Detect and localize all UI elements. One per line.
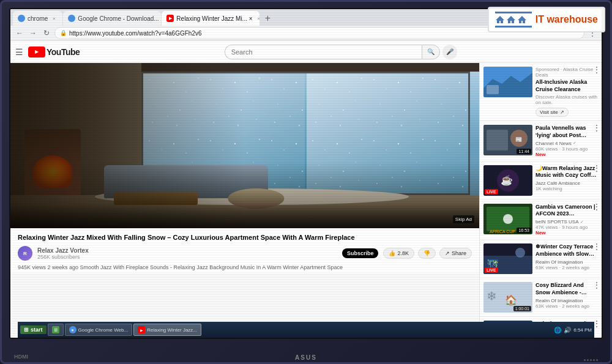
yt-search-button[interactable]: 🔍 [422,45,440,59]
sidebar-more-afcon[interactable]: ⋮ [593,202,600,211]
sidebar-more-blizzard[interactable]: ⋮ [593,281,600,289]
watermark-line-bottom [495,26,532,28]
start-button[interactable]: ⊞ start [20,325,47,334]
tab-close-yt[interactable]: × [255,15,260,22]
svg-marker-27 [507,16,515,23]
sidebar-thumb-warm-jazz: ☕ LIVE [483,165,532,196]
new-badge-post-office: New [536,152,598,157]
like-button[interactable]: 👍 2.8K [383,248,414,259]
house-icon-3 [517,15,527,24]
tab-favicon-chrome [18,15,25,22]
visit-site-label: Visit site [540,110,558,115]
sidebar-views-afcon: 47K views · 9 hours ago [536,225,598,230]
sidebar-ad-alaska[interactable]: Sponsored · Alaska Cruise Deals All-Incl… [480,63,602,121]
sidebar-thumb-post-office: 📰 11:44 [483,125,532,155]
tab-yt[interactable]: ▶ Relaxing Winter Jazz Mi... × × [162,11,259,26]
channel-avatar: R [18,246,32,261]
speaker-dot-5 [596,359,598,361]
sidebar-info-post-office: Paula Vennells was 'lying' about Post Of… [536,125,598,157]
sidebar-more-winter-cozy[interactable]: ⋮ [593,242,600,251]
yt-logo[interactable]: YouTube [28,46,80,58]
video-info: Relaxing Winter Jazz Mixed With Falling … [10,228,479,263]
yt-body: Skip Ad Relaxing Winter Jazz Mixed With … [10,63,602,338]
video-meta-row: R Relax Jazz Vortex 256K subscribers Sub… [18,246,472,261]
sidebar-thumb-alaska [483,67,532,97]
share-label: Share [452,250,466,256]
sidebar-thumb-winter-cozy: 🌃 LIVE [483,243,532,274]
watermark-line-top [495,12,532,13]
svg-rect-3 [487,130,508,150]
sidebar-channel-warm-jazz: Jazz Café Ambiance [536,180,598,186]
tab-label-google: Google Chrome - Download... [78,15,159,22]
subscribe-button[interactable]: Subscribe [342,248,379,258]
taskbar-tray: 🌐 🔊 6:54 PM [554,327,592,333]
sidebar-title-afcon: Gambia vs Cameroon | AFCON 2023 HIGHLIGH… [536,204,598,218]
yt-menu-icon[interactable]: ☰ [15,47,23,57]
taskbar-item-yt[interactable]: ▶ Relaxing Winter Jazz... [133,324,201,336]
channel-name-post-office: Channel 4 News [536,141,572,146]
svg-text:🏠: 🏠 [505,294,517,306]
channel-name-warm-jazz: Jazz Café Ambiance [536,180,580,186]
sidebar-video-warm-jazz[interactable]: ☕ LIVE 🌙Warm Relaxing Jazz Music with Co… [480,162,602,200]
yt-mic-button[interactable]: 🎤 [442,45,457,59]
visit-site-button[interactable]: Visit site ↗ [536,108,569,117]
tab-favicon-google [68,15,75,22]
watermark: IT warehouse [488,7,605,32]
sidebar-info-warm-jazz: 🌙Warm Relaxing Jazz Music with Cozy Coff… [536,165,598,196]
sidebar-video-winter-cozy[interactable]: 🌃 LIVE ❄Winter Cozy Terrace Ambience wit… [480,240,602,278]
taskbar-item-chrome[interactable]: ● Google Chrome Web... [65,324,133,336]
tab-label-chrome: chrome [28,15,48,22]
sidebar-more-post-office[interactable]: ⋮ [593,124,600,132]
tab-google-dl[interactable]: Google Chrome - Download... × [63,11,161,26]
sidebar-views-post-office: 60K views · 3 hours ago [536,146,598,152]
yt-header: ☰ YouTube 🔍 🎤 [10,41,602,63]
sidebar-video-afcon[interactable]: AFRICA CUP 16:53 Gambia vs Cameroon | AF… [480,200,602,240]
sidebar-title-blizzard: Cosy Blizzard And Snow Ambience - Christ… [536,282,598,296]
sidebar-title-warm-jazz: 🌙Warm Relaxing Jazz Music with Cozy Coff… [536,165,598,179]
share-icon: ↗ [445,250,450,256]
svg-marker-26 [496,16,504,23]
video-stats: 945K views 2 weeks ago Smooth Jazz With … [10,263,479,273]
forward-button[interactable]: → [28,28,39,39]
new-badge-afcon: New [536,230,598,236]
watermark-content [495,12,532,28]
thumbs-down-icon: 👎 [424,250,430,256]
external-link-icon: ↗ [560,110,564,115]
dislike-button[interactable]: 👎 [418,248,436,259]
video-title: Relaxing Winter Jazz Mixed With Falling … [18,233,472,242]
sidebar-info-blizzard: Cosy Blizzard And Snow Ambience - Christ… [536,282,598,313]
yt-search-input[interactable] [225,45,422,59]
sidebar-title-post-office: Paula Vennells was 'lying' about Post Of… [536,125,598,139]
channel-name-winter-cozy: Realm Of Imagination [536,259,583,265]
yt-search-container: 🔍 🎤 [225,45,457,59]
channel-info: Relax Jazz Vortex 256K subscribers [37,247,337,260]
back-button[interactable]: ← [14,28,25,39]
taskbar-item-desktop[interactable]: 🖥 [48,324,64,336]
tab-chrome[interactable]: chrome × [13,11,62,26]
speaker-dot-4 [593,359,595,361]
channel-name-blizzard: Realm Of Imagination [536,298,583,303]
sidebar-duration-blizzard: 1:00:01 [513,306,531,311]
sidebar-views-winter-cozy: 63K views · 2 weeks ago [536,265,598,270]
url-text: https://www.youtube.com/watch?v=4a6GGFh2… [69,30,202,37]
sidebar-more-alaska[interactable]: ⋮ [593,65,600,74]
video-player[interactable]: Skip Ad [10,63,479,228]
tray-sound-icon: 🔊 [564,327,571,333]
tab-label-yt: Relaxing Winter Jazz Mi... × [176,15,252,22]
sidebar-more-warm-jazz[interactable]: ⋮ [593,164,600,173]
sponsored-text: Sponsored · Alaska Cruise Deals [536,67,598,78]
speaker-dot-2 [587,359,589,361]
sidebar-video-post-office[interactable]: 📰 11:44 Paula Vennells was 'lying' about… [480,121,602,161]
sidebar-video-blizzard[interactable]: ❄ 🏠 1:00:01 Cosy Blizzard And Snow Ambie… [480,278,602,317]
taskbar-label-yt: Relaxing Winter Jazz... [147,327,197,333]
sidebar-duration-afcon: 16:53 [517,228,531,233]
tray-time: 6:54 PM [573,327,592,333]
reload-button[interactable]: ↻ [41,28,52,39]
start-label: start [31,327,43,333]
channel-name[interactable]: Relax Jazz Vortex [37,247,337,254]
sidebar-channel-afcon: beIN SPORTS USA ✓ [536,219,598,225]
new-tab-button[interactable]: + [260,11,275,26]
tab-close-chrome[interactable]: × [50,15,58,22]
house-icon-2 [506,15,516,24]
share-button[interactable]: ↗ Share [439,248,472,259]
